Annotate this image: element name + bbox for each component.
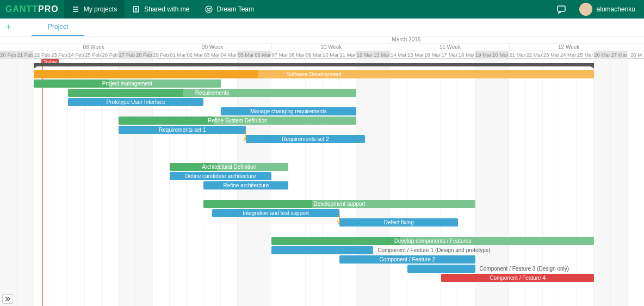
tab-project[interactable]: Project	[32, 19, 84, 36]
day-row: 20 Feb21 Feb22 Feb23 Feb24 Feb25 Feb26 F…	[0, 51, 644, 59]
gantt-bar[interactable]: Refine architecture	[203, 181, 288, 189]
day-cell: 05 Mar	[238, 51, 255, 59]
day-cell: 10 Mar	[323, 51, 339, 59]
day-cell: 03 Mar	[203, 51, 220, 59]
nav-label: Dream Team	[217, 5, 254, 13]
message-icon	[556, 4, 566, 14]
day-cell: 20 Feb	[0, 51, 17, 59]
day-cell: 25 Mar	[577, 51, 594, 59]
grid-column	[356, 59, 373, 306]
day-cell: 27 Feb	[119, 51, 135, 59]
day-cell: 02 Mar	[187, 51, 203, 59]
day-cell: 04 Mar	[221, 51, 238, 59]
gantt-bar[interactable]: Requirements	[68, 89, 356, 97]
day-cell: 21 Mar	[509, 51, 526, 59]
day-cell: 13 Mar	[373, 51, 390, 59]
day-cell: 23 Mar	[543, 51, 560, 59]
day-cell: 28 M	[628, 51, 644, 59]
day-cell: 24 Mar	[560, 51, 577, 59]
share-icon	[132, 5, 140, 13]
day-cell: 20 Mar	[492, 51, 509, 59]
project-scope-bar[interactable]	[34, 63, 594, 66]
gantt-chart[interactable]: TodaySoftware DevelopmentProject managem…	[0, 59, 644, 306]
day-cell: 25 Feb	[85, 51, 102, 59]
week-label: 11 Week	[391, 44, 509, 50]
gantt-bar[interactable]: Defect fixing	[339, 218, 458, 227]
gantt-bar[interactable]: Develop components / Features	[271, 237, 594, 245]
day-cell: 26 Mar	[594, 51, 611, 59]
nav-team[interactable]: Dream Team	[197, 0, 262, 19]
day-cell: 26 Feb	[102, 51, 119, 59]
logo[interactable]: GANTTPRO	[0, 0, 64, 19]
month-row: March 2016	[0, 36, 644, 44]
grid-column	[577, 59, 594, 306]
day-cell: 21 Feb	[17, 51, 34, 59]
tab-label: Project	[48, 23, 68, 30]
grid-column	[611, 59, 628, 306]
nav-my-projects[interactable]: My projects	[64, 0, 125, 19]
gantt-bar[interactable]: Project management	[34, 79, 220, 88]
logo-text-b: PRO	[38, 4, 59, 14]
week-label: 10 Week	[271, 44, 390, 50]
nav-label: My projects	[84, 5, 117, 13]
svg-point-6	[209, 8, 210, 9]
gantt-bar[interactable]: Integration and test support	[212, 209, 339, 217]
nav-shared[interactable]: Shared with me	[125, 0, 197, 19]
day-cell: 01 Mar	[170, 51, 187, 59]
timeline-header: March 2016 08 Week09 Week10 Week11 Week1…	[0, 36, 644, 59]
week-label: 09 Week	[153, 44, 271, 50]
list-icon	[72, 5, 79, 13]
team-icon	[205, 5, 213, 13]
day-cell: 07 Mar	[271, 51, 288, 59]
expand-sidebar-button[interactable]	[2, 294, 13, 304]
gantt-bar[interactable]	[407, 265, 475, 273]
day-cell: 14 Mar	[391, 51, 407, 59]
gantt-bar-label: Component / Feature 3 (Design only)	[480, 265, 569, 273]
month-label: March 2016	[169, 36, 644, 42]
gantt-bar[interactable]: Requirements set 1	[119, 126, 246, 134]
nav-label: Shared with me	[144, 5, 189, 13]
day-cell: 29 Feb	[153, 51, 170, 59]
logo-text-a: GANTT	[5, 4, 38, 14]
week-label: 12 Week	[509, 44, 628, 50]
gantt-bar[interactable]: Requirements set 2	[246, 135, 364, 143]
chevrons-right-icon	[4, 296, 11, 302]
top-bar: GANTTPRO My projects Shared with me Drea…	[0, 0, 644, 19]
tab-strip: + Project	[0, 19, 644, 36]
gantt-bar[interactable]: Development support	[203, 200, 475, 208]
grid-column	[373, 59, 390, 306]
gantt-bar[interactable]: Define candidate architecture	[170, 172, 271, 180]
day-cell: 09 Mar	[306, 51, 323, 59]
gantt-bar[interactable]: Architectural Definition	[170, 163, 288, 171]
day-cell: 23 Feb	[51, 51, 68, 59]
gantt-bar[interactable]: Prototype User Interface	[68, 98, 204, 106]
day-cell: 15 Mar	[407, 51, 424, 59]
gantt-bar[interactable]: Component / Feature 2	[339, 255, 475, 264]
day-cell: 22 Feb	[34, 51, 51, 59]
gantt-bar[interactable]	[271, 246, 373, 254]
svg-point-4	[206, 6, 212, 13]
add-tab-button[interactable]: +	[2, 19, 15, 36]
gantt-bar[interactable]: Manage changing requirements	[221, 107, 357, 115]
day-cell: 19 Mar	[475, 51, 492, 59]
gantt-bar-label: Component / Feature 1 (Design and protot…	[377, 246, 490, 254]
today-line	[42, 59, 43, 306]
day-cell: 27 Mar	[611, 51, 628, 59]
svg-rect-7	[558, 6, 565, 11]
day-cell: 28 Feb	[136, 51, 153, 59]
user-menu[interactable]: alomachenko	[572, 0, 644, 19]
plus-icon: +	[6, 22, 12, 33]
gantt-bar[interactable]: Refine System Definition	[119, 117, 356, 125]
gantt-bar[interactable]: Software Development	[34, 70, 594, 78]
day-cell: 06 Mar	[255, 51, 271, 59]
day-cell: 12 Mar	[356, 51, 373, 59]
grid-column	[391, 59, 407, 306]
username: alomachenko	[597, 5, 635, 13]
grid-column	[51, 59, 68, 306]
day-cell: 24 Feb	[68, 51, 85, 59]
gantt-bar[interactable]: Component / Feature 4	[441, 274, 594, 282]
week-label: 08 Week	[34, 44, 152, 50]
avatar	[579, 3, 592, 16]
week-row: 08 Week09 Week10 Week11 Week12 Week	[0, 44, 644, 51]
messages-button[interactable]	[556, 4, 566, 14]
